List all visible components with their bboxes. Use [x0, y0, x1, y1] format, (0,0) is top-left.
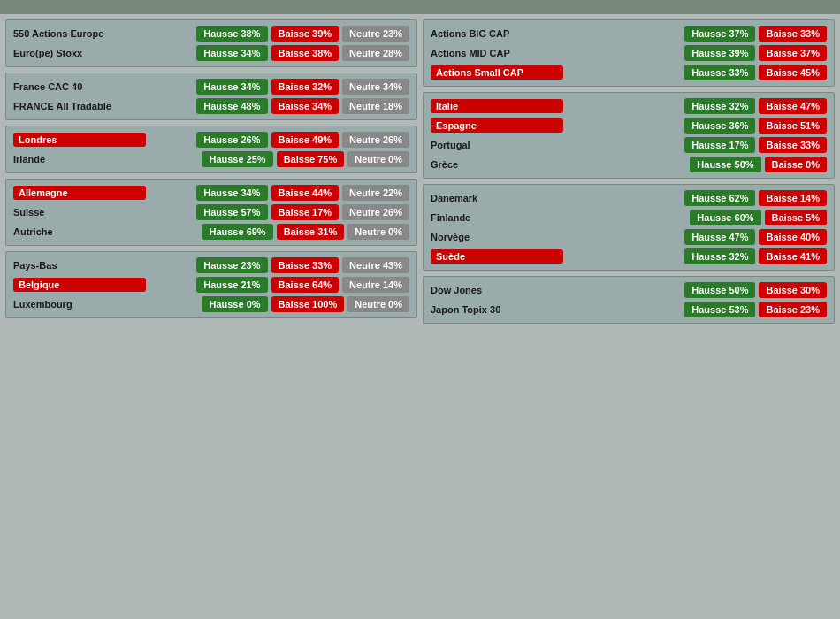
table-row[interactable]: FinlandeHausse 60%Baisse 5% [431, 210, 827, 225]
badge-group: Hausse 36%Baisse 51% [684, 118, 827, 134]
baisse-badge: Baisse 0% [765, 157, 827, 172]
table-row[interactable]: AllemagneHausse 34%Baisse 44%Neutre 22% [13, 185, 409, 201]
badge-group: Hausse 21%Baisse 64%Neutre 14% [196, 277, 409, 293]
country-label[interactable]: Belgique [13, 278, 146, 292]
table-row[interactable]: ItalieHausse 32%Baisse 47% [431, 98, 827, 114]
section-benelux: Pays-BasHausse 23%Baisse 33%Neutre 43%Be… [5, 251, 417, 318]
table-row[interactable]: 550 Actions EuropeHausse 38%Baisse 39%Ne… [13, 26, 409, 42]
country-label[interactable]: Allemagne [13, 186, 146, 200]
table-row[interactable]: IrlandeHausse 25%Baisse 75%Neutre 0% [13, 151, 409, 167]
table-row[interactable]: FRANCE All TradableHausse 48%Baisse 34%N… [13, 98, 409, 114]
baisse-badge: Baisse 33% [271, 257, 340, 273]
badge-group: Hausse 53%Baisse 23% [684, 302, 827, 317]
table-row[interactable]: Actions Small CAPHausse 33%Baisse 45% [431, 65, 827, 80]
section-southern: ItalieHausse 32%Baisse 47%EspagneHausse … [423, 92, 835, 179]
country-label[interactable]: Espagne [431, 118, 563, 133]
hausse-badge: Hausse 26% [196, 132, 267, 148]
country-label: Grèce [431, 159, 563, 170]
hausse-badge: Hausse 33% [684, 65, 755, 80]
baisse-badge: Baisse 51% [759, 118, 827, 134]
hausse-badge: Hausse 69% [202, 224, 272, 240]
table-row[interactable]: Actions MID CAPHausse 39%Baisse 37% [431, 45, 827, 61]
baisse-badge: Baisse 44% [271, 185, 340, 201]
badge-group: Hausse 0%Baisse 100%Neutre 0% [202, 296, 409, 312]
badge-group: Hausse 50%Baisse 0% [690, 157, 827, 172]
neutre-badge: Neutre 0% [347, 296, 409, 312]
neutre-badge: Neutre 43% [342, 257, 409, 273]
table-row[interactable]: Pays-BasHausse 23%Baisse 33%Neutre 43% [13, 257, 409, 273]
country-label: Actions BIG CAP [431, 28, 563, 39]
header-bar [0, 0, 840, 14]
hausse-badge: Hausse 23% [196, 257, 267, 273]
hausse-badge: Hausse 34% [196, 79, 267, 95]
hausse-badge: Hausse 17% [684, 137, 755, 153]
table-row[interactable]: SuèdeHausse 32%Baisse 41% [431, 248, 827, 264]
country-label: Danemark [431, 193, 563, 203]
table-row[interactable]: NorvègeHausse 47%Baisse 40% [431, 229, 827, 245]
table-row[interactable]: AutricheHausse 69%Baisse 31%Neutre 0% [13, 224, 409, 240]
table-row[interactable]: Euro(pe) StoxxHausse 34%Baisse 38%Neutre… [13, 45, 409, 61]
country-label[interactable]: Suède [431, 249, 563, 264]
section-nordic: DanemarkHausse 62%Baisse 14%FinlandeHaus… [423, 184, 835, 271]
table-row[interactable]: BelgiqueHausse 21%Baisse 64%Neutre 14% [13, 277, 409, 293]
country-label[interactable]: Londres [13, 133, 146, 147]
country-label[interactable]: Actions Small CAP [431, 65, 563, 80]
table-row[interactable]: EspagneHausse 36%Baisse 51% [431, 118, 827, 134]
country-label: Dow Jones [431, 285, 563, 295]
section-caps: Actions BIG CAPHausse 37%Baisse 33%Actio… [423, 19, 835, 87]
badge-group: Hausse 69%Baisse 31%Neutre 0% [202, 224, 409, 240]
baisse-badge: Baisse 39% [271, 26, 340, 42]
country-label: 550 Actions Europe [13, 28, 146, 39]
table-row[interactable]: DanemarkHausse 62%Baisse 14% [431, 190, 827, 206]
left-panel: 550 Actions EuropeHausse 38%Baisse 39%Ne… [5, 19, 417, 324]
neutre-badge: Neutre 0% [347, 224, 409, 240]
table-row[interactable]: LondresHausse 26%Baisse 49%Neutre 26% [13, 132, 409, 148]
hausse-badge: Hausse 34% [196, 45, 267, 61]
table-row[interactable]: Dow JonesHausse 50%Baisse 30% [431, 282, 827, 298]
neutre-badge: Neutre 26% [342, 204, 409, 220]
country-label: Suisse [13, 207, 146, 218]
baisse-badge: Baisse 33% [759, 137, 827, 153]
baisse-badge: Baisse 33% [759, 26, 827, 42]
country-label[interactable]: Italie [431, 99, 563, 113]
baisse-badge: Baisse 30% [759, 282, 827, 298]
table-row[interactable]: LuxembourgHausse 0%Baisse 100%Neutre 0% [13, 296, 409, 312]
badge-group: Hausse 32%Baisse 41% [684, 248, 827, 264]
baisse-badge: Baisse 100% [271, 296, 345, 312]
baisse-badge: Baisse 45% [759, 65, 827, 80]
table-row[interactable]: PortugalHausse 17%Baisse 33% [431, 137, 827, 153]
hausse-badge: Hausse 34% [196, 185, 267, 201]
badge-group: Hausse 25%Baisse 75%Neutre 0% [202, 151, 409, 167]
baisse-badge: Baisse 75% [277, 151, 345, 167]
hausse-badge: Hausse 50% [690, 157, 760, 172]
badge-group: Hausse 33%Baisse 45% [684, 65, 827, 80]
baisse-badge: Baisse 37% [759, 45, 827, 61]
neutre-badge: Neutre 0% [347, 151, 409, 167]
neutre-badge: Neutre 14% [342, 277, 409, 293]
table-row[interactable]: France CAC 40Hausse 34%Baisse 32%Neutre … [13, 79, 409, 95]
baisse-badge: Baisse 40% [759, 229, 827, 245]
table-row[interactable]: SuisseHausse 57%Baisse 17%Neutre 26% [13, 204, 409, 220]
table-row[interactable]: Japon Topix 30Hausse 53%Baisse 23% [431, 302, 827, 317]
baisse-badge: Baisse 31% [277, 224, 345, 240]
section-europe: 550 Actions EuropeHausse 38%Baisse 39%Ne… [5, 19, 417, 67]
hausse-badge: Hausse 21% [196, 277, 267, 293]
table-row[interactable]: Actions BIG CAPHausse 37%Baisse 33% [431, 26, 827, 42]
baisse-badge: Baisse 47% [759, 98, 827, 114]
country-label: Finlande [431, 212, 563, 223]
hausse-badge: Hausse 50% [684, 282, 755, 298]
neutre-badge: Neutre 23% [342, 26, 409, 42]
hausse-badge: Hausse 53% [684, 302, 755, 317]
country-label: Norvège [431, 232, 563, 242]
badge-group: Hausse 34%Baisse 44%Neutre 22% [196, 185, 409, 201]
table-row[interactable]: GrèceHausse 50%Baisse 0% [431, 157, 827, 172]
badge-group: Hausse 60%Baisse 5% [690, 210, 827, 225]
badge-group: Hausse 23%Baisse 33%Neutre 43% [196, 257, 409, 273]
neutre-badge: Neutre 18% [342, 98, 409, 114]
neutre-badge: Neutre 34% [342, 79, 409, 95]
hausse-badge: Hausse 48% [196, 98, 267, 114]
baisse-badge: Baisse 14% [759, 190, 827, 206]
badge-group: Hausse 37%Baisse 33% [684, 26, 827, 42]
country-label: Pays-Bas [13, 260, 146, 271]
badge-group: Hausse 47%Baisse 40% [684, 229, 827, 245]
